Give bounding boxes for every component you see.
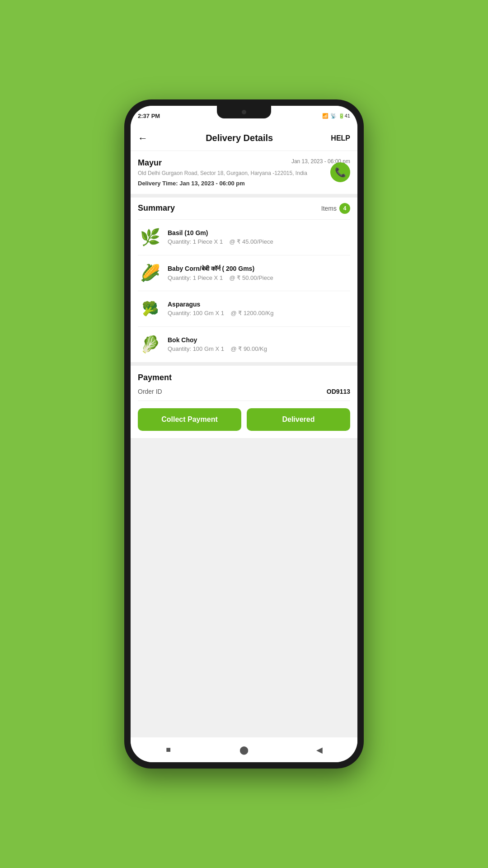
bottom-nav: ■ ⬤ ◀ <box>131 737 357 762</box>
status-icons: 📶 📡 🔋41 <box>322 113 350 119</box>
item-image-babycorn: 🌽 <box>138 261 162 285</box>
status-time: 2:37 PM <box>138 113 160 119</box>
action-buttons: Collect Payment Delivered <box>138 408 350 431</box>
signal-icon: 📶 <box>322 113 328 119</box>
wifi-icon: 📡 <box>330 113 337 119</box>
payment-title: Payment <box>138 373 350 382</box>
back-button[interactable]: ← <box>138 132 148 144</box>
items-badge: Items 4 <box>321 203 350 214</box>
items-count: 4 <box>339 203 350 214</box>
payment-section: Payment Order ID OD9113 Collect Payment … <box>131 366 357 438</box>
square-icon[interactable]: ■ <box>162 744 175 756</box>
help-button[interactable]: HELP <box>331 134 350 142</box>
delivery-time: Delivery Time: Jan 13, 2023 - 06:00 pm <box>138 180 350 187</box>
item-info-babycorn: Baby Corn/बेबी कॉर्न ( 200 Gms) Quantity… <box>168 265 350 281</box>
customer-address: Old Delhi Gurgaon Road, Sector 18, Gurga… <box>138 170 350 177</box>
item-name: Baby Corn/बेबी कॉर्न ( 200 Gms) <box>168 265 350 273</box>
item-name: Asparagus <box>168 301 350 308</box>
delivered-button[interactable]: Delivered <box>247 408 350 431</box>
item-info-bokchoy: Bok Choy Quantity: 100 Gm X 1 @ ₹ 90.00/… <box>168 336 350 352</box>
summary-title: Summary <box>138 203 175 213</box>
item-qty: Quantity: 1 Piece X 1 @ ₹ 45.00/Piece <box>168 238 350 245</box>
delivery-time-value: Jan 13, 2023 - 06:00 pm <box>179 180 245 187</box>
divider-2 <box>131 362 357 366</box>
divider-1 <box>131 194 357 198</box>
main-content: Mayur Jan 13, 2023 - 06:00 pm Old Delhi … <box>131 151 357 737</box>
top-nav: ← Delivery Details HELP <box>131 126 357 151</box>
list-item: 🌿 Basil (10 Gm) Quantity: 1 Piece X 1 @ … <box>138 219 350 255</box>
item-image-bokchoy: 🥬 <box>138 332 162 357</box>
list-item: 🌽 Baby Corn/बेबी कॉर्न ( 200 Gms) Quanti… <box>138 255 350 291</box>
page-title: Delivery Details <box>206 133 273 143</box>
customer-name: Mayur <box>138 158 162 168</box>
order-id-row: Order ID OD9113 <box>138 388 350 401</box>
summary-section: Summary Items 4 🌿 Basil (10 Gm) Quantity… <box>131 198 357 362</box>
item-info-basil: Basil (10 Gm) Quantity: 1 Piece X 1 @ ₹ … <box>168 229 350 245</box>
item-info-asparagus: Asparagus Quantity: 100 Gm X 1 @ ₹ 1200.… <box>168 301 350 316</box>
list-item: 🥦 Asparagus Quantity: 100 Gm X 1 @ ₹ 120… <box>138 291 350 326</box>
list-item: 🥬 Bok Choy Quantity: 100 Gm X 1 @ ₹ 90.0… <box>138 326 350 362</box>
order-id-value: OD9113 <box>327 388 350 395</box>
home-icon[interactable]: ⬤ <box>238 744 250 756</box>
call-button[interactable]: 📞 <box>330 162 350 182</box>
customer-card: Mayur Jan 13, 2023 - 06:00 pm Old Delhi … <box>131 151 357 194</box>
item-qty: Quantity: 1 Piece X 1 @ ₹ 50.00/Piece <box>168 274 350 281</box>
item-name: Basil (10 Gm) <box>168 229 350 236</box>
phone-icon: 📞 <box>335 167 346 178</box>
item-qty: Quantity: 100 Gm X 1 @ ₹ 1200.00/Kg <box>168 310 350 316</box>
delivery-label: Delivery Time: <box>138 180 178 187</box>
item-image-basil: 🌿 <box>138 225 162 250</box>
battery-icon: 🔋41 <box>338 113 350 119</box>
items-label: Items <box>321 205 337 212</box>
back-nav-icon[interactable]: ◀ <box>313 744 326 756</box>
order-id-label: Order ID <box>138 388 162 395</box>
item-qty: Quantity: 100 Gm X 1 @ ₹ 90.00/Kg <box>168 345 350 352</box>
item-name: Bok Choy <box>168 336 350 344</box>
item-image-asparagus: 🥦 <box>138 297 162 321</box>
collect-payment-button[interactable]: Collect Payment <box>138 408 241 431</box>
